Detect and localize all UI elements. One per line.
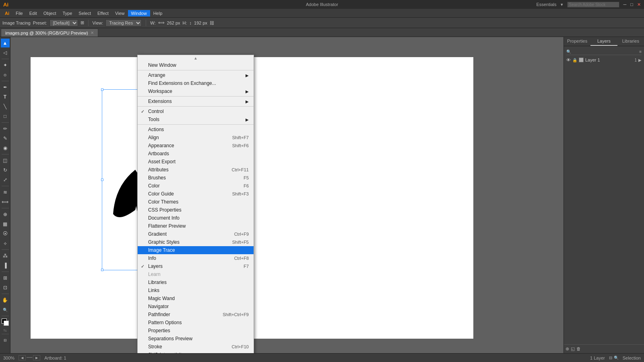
zoom-in-btn[interactable]: ► (33, 355, 40, 360)
shape-builder-tool[interactable]: ⊕ (1, 210, 10, 219)
layer-visibility-icon[interactable]: 👁 (566, 58, 571, 62)
dropdown-item-layers[interactable]: ✓LayersF7 (138, 262, 254, 270)
layer-lock-icon[interactable]: 🔒 (572, 58, 577, 62)
dropdown-item-align[interactable]: AlignShift+F7 (138, 134, 254, 142)
warp-tool[interactable]: ≋ (1, 188, 10, 197)
graph-tool[interactable]: ▐ (1, 261, 10, 270)
layers-menu-icon[interactable]: ≡ (639, 49, 642, 54)
dropdown-item-color-themes[interactable]: Color Themes (138, 198, 254, 206)
tab-properties[interactable]: Properties (564, 37, 590, 46)
dropdown-item-magic-wand[interactable]: Magic Wand (138, 294, 254, 302)
dropdown-item-color-guide[interactable]: Color GuideShift+F3 (138, 190, 254, 198)
dropdown-item-pattern-options[interactable]: Pattern Options (138, 319, 254, 327)
minimize-btn[interactable]: ─ (623, 2, 627, 7)
workspace-dropdown-icon[interactable]: ▾ (561, 2, 563, 7)
symbol-sprayer-tool[interactable]: ⁂ (1, 251, 10, 260)
dropdown-item-control[interactable]: ✓Control (138, 107, 254, 115)
direct-select-tool[interactable]: ◁ (1, 48, 10, 57)
zoom-tool[interactable]: 🔍 (1, 305, 10, 314)
dropdown-item-tools[interactable]: Tools▶ (138, 115, 254, 123)
slice-tool[interactable]: ⊡ (1, 283, 10, 292)
dropdown-item-arrange[interactable]: Arrange▶ (138, 71, 254, 79)
dropdown-item-artboards[interactable]: Artboards (138, 150, 254, 158)
gradient-tool[interactable]: ▦ (1, 220, 10, 228)
search-input[interactable] (567, 2, 619, 8)
dropdown-item-image-trace[interactable]: Image Trace (138, 246, 254, 254)
tab-libraries[interactable]: Libraries (617, 37, 644, 46)
fill-color[interactable] (2, 319, 9, 326)
width-tool[interactable]: ⟺ (1, 197, 10, 206)
dropdown-item-info[interactable]: InfoCtrl+F8 (138, 254, 254, 262)
menu-view[interactable]: View (112, 10, 128, 16)
view-select[interactable]: Tracing Result (105, 19, 142, 27)
dropdown-item-document-info[interactable]: Document Info (138, 214, 254, 222)
menu-edit[interactable]: Edit (26, 10, 40, 16)
dropdown-item-color[interactable]: ColorF6 (138, 182, 254, 190)
toolbar-icon1[interactable]: ⊞ (80, 20, 84, 25)
zoom-out-btn[interactable]: ◄ (19, 355, 26, 360)
layer-expand-icon[interactable]: ▶ (638, 58, 642, 62)
dropdown-item-svg-interactivity[interactable]: SVG Interactivity (138, 351, 254, 353)
pencil-tool[interactable]: ✎ (1, 134, 10, 143)
menu-effect[interactable]: Effect (94, 10, 112, 16)
dropdown-item-attributes[interactable]: AttributesCtrl+F11 (138, 166, 254, 174)
dropdown-item-properties[interactable]: Properties (138, 327, 254, 335)
constrain-icon[interactable]: ⛓ (210, 21, 214, 25)
dropdown-item-new-window[interactable]: New Window (138, 61, 254, 69)
line-tool[interactable]: ╲ (1, 102, 10, 111)
dropdown-item-pathfinder[interactable]: PathfinderShift+Ctrl+F9 (138, 311, 254, 319)
blob-brush-tool[interactable]: ◉ (1, 144, 10, 152)
artboard-options-icon[interactable]: ⊟ (609, 356, 612, 360)
menu-help[interactable]: Help (150, 10, 166, 16)
dropdown-item-links[interactable]: Links (138, 286, 254, 294)
zoom-artboard-icon[interactable]: 🔍 (614, 356, 619, 360)
rotate-tool[interactable]: ↻ (1, 166, 10, 175)
magic-wand-tool[interactable]: ✦ (1, 61, 10, 70)
menu-type[interactable]: Type (60, 10, 76, 16)
dropdown-item-extensions[interactable]: Extensions▶ (138, 97, 254, 105)
lasso-tool[interactable]: ⌾ (1, 70, 10, 79)
dropdown-item-asset-export[interactable]: Asset Export (138, 158, 254, 166)
menu-window[interactable]: Window (128, 10, 150, 16)
paintbrush-tool[interactable]: ✏ (1, 124, 10, 133)
dropdown-item-flattener-preview[interactable]: Flattener Preview (138, 222, 254, 230)
close-btn[interactable]: ✕ (637, 2, 641, 7)
menu-object[interactable]: Object (40, 10, 60, 16)
dropdown-item-find-extensions[interactable]: Find Extensions on Exchange... (138, 79, 254, 87)
dropdown-item-graphic-styles[interactable]: Graphic StylesShift+F5 (138, 238, 254, 246)
canvas-area[interactable]: ▲ New WindowArrange▶Find Extensions on E… (10, 37, 564, 353)
dropdown-item-brushes[interactable]: BrushesF5 (138, 174, 254, 182)
pen-tool[interactable]: ✒ (1, 83, 10, 92)
preset-select[interactable]: [Default] (50, 19, 78, 27)
tab-layers[interactable]: Layers (590, 37, 617, 46)
dropdown-item-separations-preview[interactable]: Separations Preview (138, 335, 254, 343)
dropdown-item-actions[interactable]: Actions (138, 125, 254, 134)
tab-close-btn[interactable]: ✕ (91, 31, 94, 35)
scale-tool[interactable]: ⤢ (1, 175, 10, 184)
dropdown-item-navigator[interactable]: Navigator (138, 302, 254, 311)
move-to-layer-btn[interactable]: ◱ (571, 346, 575, 352)
delete-layer-btn[interactable]: 🗑 (576, 346, 581, 352)
blend-tool[interactable]: ⟡ (1, 239, 10, 248)
layer-name[interactable]: Layer 1 (585, 58, 600, 62)
dropdown-item-appearance[interactable]: AppearanceShift+F6 (138, 142, 254, 150)
dropdown-item-gradient[interactable]: GradientCtrl+F9 (138, 230, 254, 238)
zoom-slider[interactable]: ── (27, 355, 32, 360)
handle-bot-left[interactable] (101, 269, 103, 271)
document-tab[interactable]: images.png @ 300% (RGB/GPU Preview) ✕ (1, 29, 98, 37)
dropdown-item-css-properties[interactable]: CSS Properties (138, 206, 254, 214)
hand-tool[interactable]: ✋ (1, 296, 10, 304)
menu-file[interactable]: File (12, 10, 26, 16)
zoom-level[interactable]: 300% (3, 356, 14, 360)
select-tool[interactable]: ▲ (1, 39, 10, 47)
type-tool[interactable]: T (1, 93, 10, 101)
eraser-tool[interactable]: ◫ (1, 156, 10, 165)
menu-select[interactable]: Select (75, 10, 94, 16)
artboard-tool[interactable]: ⊞ (1, 274, 10, 282)
make-sublayer-btn[interactable]: ⊕ (566, 346, 569, 352)
menu-ai[interactable]: Ai (2, 10, 12, 16)
dropdown-item-workspace[interactable]: Workspace▶ (138, 87, 254, 95)
dropdown-item-libraries[interactable]: Libraries (138, 278, 254, 286)
maximize-btn[interactable]: □ (630, 2, 633, 7)
screen-mode-btn[interactable]: ⊟ (1, 336, 10, 345)
